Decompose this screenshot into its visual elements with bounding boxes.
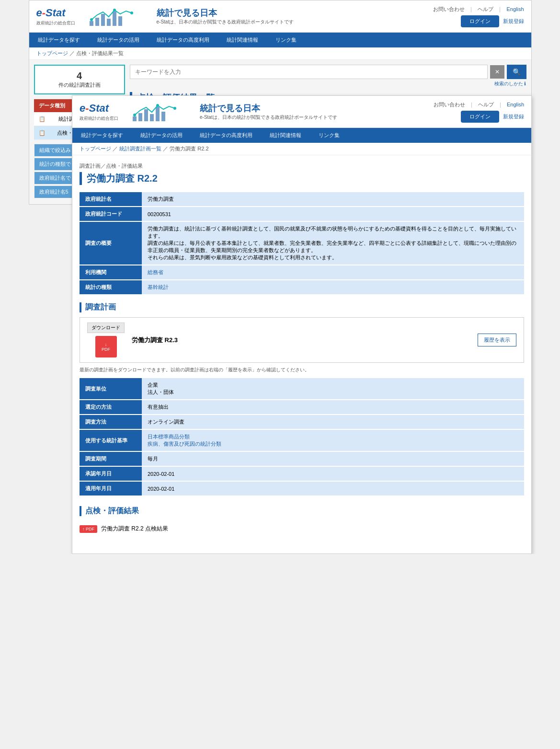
search-button[interactable]: 🔍 [507, 65, 526, 79]
register-button[interactable]: 新規登録 [503, 15, 524, 27]
plan-value-period: 毎月 [142, 451, 524, 466]
breadcrumb-top: トップページ ／ 点検・評価結果一覧 [29, 47, 531, 60]
sep3: ｜ [469, 101, 474, 108]
standards-link2[interactable]: 疾病、傷害及び死因の統計分類 [148, 441, 221, 447]
eval-section: 点検・評価結果 ↑ PDF 労働力調査 R2.2 点検結果 [80, 506, 524, 537]
contact-link[interactable]: お問い合わせ [433, 6, 465, 13]
nav-bar-2: 統計データを探す 統計データの活用 統計データの高度利用 統計関連情報 リンク集 [72, 128, 531, 143]
eval-pdf-row: ↑ PDF 労働力調査 R2.2 点検結果 [80, 521, 524, 537]
download-desc: 最新の調査計画をダウンロードできます。以前の調査計画は右端の「履歴を表示」から確… [80, 367, 524, 373]
plan-row-method: 調査方法 オンライン調査 [80, 415, 524, 429]
plan-label-effective: 適用年月日 [80, 481, 142, 496]
svg-point-8 [130, 12, 133, 14]
nav2-item-links[interactable]: リンク集 [310, 128, 348, 143]
header-chart-decoration-2 [128, 100, 185, 124]
nav-item-use[interactable]: 統計データの活用 [89, 33, 148, 47]
register-button-2[interactable]: 新規登録 [503, 111, 524, 123]
download-title-area: 労働力調査 R2.3 [132, 336, 470, 345]
svg-point-16 [156, 104, 159, 107]
plan-value-selection: 有意抽出 [142, 400, 524, 415]
plan-value-method: オンライン調査 [142, 415, 524, 429]
breadcrumb2-home[interactable]: トップページ [80, 146, 111, 151]
info-row-gov-name: 政府統計名 労働力調査 [80, 192, 524, 207]
header-bottom: e - Stat 政府統計の総合窓口 統計で見る日本 e-Statは、日本の統計… [72, 96, 531, 128]
logo-dash-2: - [85, 102, 89, 115]
info-label-gov-name: 政府統計名 [80, 192, 142, 207]
svg-point-7 [113, 9, 116, 12]
svg-rect-10 [138, 113, 142, 121]
breadcrumb2-sep1: ／ [113, 146, 119, 151]
info-row-stat-type: 統計の種類 基幹統計 [80, 280, 524, 295]
nav2-item-use[interactable]: 統計データの活用 [132, 128, 191, 143]
tagline-main-2: 統計で見る日本 [200, 103, 434, 114]
help-link[interactable]: ヘルプ [478, 6, 493, 13]
login-button[interactable]: ログイン [461, 15, 499, 27]
sep1: ｜ [469, 6, 474, 13]
nav2-item-explore[interactable]: 統計データを探す [72, 128, 132, 143]
plan-row-unit: 調査単位 企業 法人・団体 [80, 378, 524, 400]
search-clear-button[interactable]: ✕ [490, 65, 504, 79]
nav2-item-related[interactable]: 統計関連情報 [261, 128, 310, 143]
logo-subtitle: 政府統計の総合窓口 [36, 20, 75, 26]
plan-label-period: 調査期間 [80, 451, 142, 466]
sep2: ｜ [497, 6, 503, 13]
header-links: お問い合わせ ｜ ヘルプ ｜ English [433, 6, 524, 13]
plan-table: 調査単位 企業 法人・団体 選定の方法 有意抽出 調査方法 オンライン調査 使用… [80, 378, 524, 496]
logo-e-letter: e [36, 7, 42, 19]
eval-pdf-icon[interactable]: ↑ PDF [80, 525, 97, 533]
svg-rect-0 [90, 21, 93, 26]
info-row-org: 利用機関 総務省 [80, 265, 524, 280]
org-link[interactable]: 総務省 [148, 269, 163, 275]
plan-label-method: 調査方法 [80, 415, 142, 429]
pdf-arrow-icon: ↓ [105, 342, 107, 347]
svg-rect-2 [101, 14, 105, 26]
breadcrumb-current: 点検・評価結果一覧 [76, 50, 124, 56]
breadcrumb-bottom: トップページ ／ 統計調査計画一覧 ／ 労働力調査 R2.2 [72, 143, 531, 155]
info-label-org: 利用機関 [80, 265, 142, 280]
info-label-code: 政府統計コード [80, 207, 142, 221]
info-value-overview: 労働力調査は、統計法に基づく基幹統計調査として、国民の就業及び不就業の状態を明ら… [142, 221, 524, 265]
logo-brand-2: e - Stat [80, 102, 118, 115]
plan-row-period: 調査期間 毎月 [80, 451, 524, 466]
svg-rect-11 [144, 109, 148, 121]
nav2-item-advanced[interactable]: 統計データの高度利用 [191, 128, 261, 143]
info-value-code: 00200531 [142, 207, 524, 221]
logo-area: e - Stat 政府統計の総合窓口 [36, 7, 75, 26]
contact-link-2[interactable]: お問い合わせ [434, 101, 465, 108]
nav-item-related[interactable]: 統計関連情報 [218, 33, 267, 47]
search-input[interactable] [130, 65, 488, 79]
header-buttons-2: ログイン 新規登録 [461, 111, 524, 123]
breadcrumb-home[interactable]: トップページ [36, 50, 68, 56]
logo-e-2: e [80, 102, 85, 115]
svg-rect-14 [161, 112, 165, 121]
pdf-download-icon[interactable]: ↓ PDF [95, 336, 117, 357]
plan-row-selection: 選定の方法 有意抽出 [80, 400, 524, 415]
nav-item-explore[interactable]: 統計データを探す [29, 33, 89, 47]
login-button-2[interactable]: ログイン [461, 111, 499, 123]
header-buttons: ログイン 新規登録 [461, 15, 524, 27]
survey-plan-title: 調査計画 [80, 302, 524, 312]
nav-item-links[interactable]: リンク集 [267, 33, 305, 47]
search-hint[interactable]: 検索のしかた ℹ [130, 81, 526, 87]
breadcrumb2-sep2: ／ [163, 146, 170, 151]
plan-value-unit: 企業 法人・団体 [142, 378, 524, 400]
info-value-gov-name: 労働力調査 [142, 192, 524, 207]
info-table: 政府統計名 労働力調査 政府統計コード 00200531 調査の概要 労働力調査… [80, 192, 524, 295]
eval-section-title: 点検・評価結果 [80, 506, 524, 516]
english-link-top[interactable]: English [506, 6, 524, 12]
nav-item-advanced[interactable]: 統計データの高度利用 [148, 33, 218, 47]
svg-rect-13 [156, 107, 160, 121]
info-value-org: 総務省 [142, 265, 524, 280]
stat-type-link[interactable]: 基幹統計 [148, 284, 169, 290]
info-label-overview: 調査の概要 [80, 221, 142, 265]
breadcrumb2-list[interactable]: 統計調査計画一覧 [119, 146, 161, 151]
svg-rect-5 [118, 16, 122, 26]
english-link-bottom[interactable]: English [507, 102, 524, 107]
w2-page-title: 労働力調査 R2.2 [80, 172, 524, 185]
w2-section-label: 調査計画／点検・評価結果 [80, 162, 524, 170]
info-label-stat-type: 統計の種類 [80, 280, 142, 295]
logo-brand: e - Stat [36, 7, 75, 19]
history-button[interactable]: 履歴を表示 [478, 334, 516, 346]
help-link-2[interactable]: ヘルプ [478, 101, 494, 108]
standards-link1[interactable]: 日本標準商品分類 [148, 434, 190, 439]
